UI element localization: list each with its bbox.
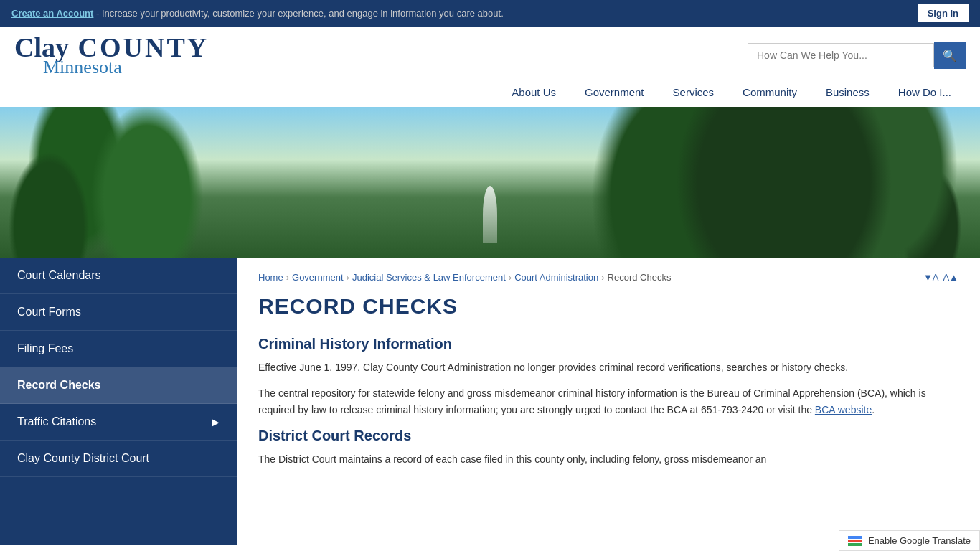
section-district-court-p1: The District Court maintains a record of… [258, 451, 958, 467]
top-bar: Create an Account - Increase your produc… [0, 0, 980, 27]
search-input[interactable] [748, 43, 934, 67]
sidebar-item-traffic-citations[interactable]: Traffic Citations ▶ [0, 404, 237, 441]
sidebar-item-filing-fees[interactable]: Filing Fees [0, 331, 237, 367]
breadcrumb-home[interactable]: Home [258, 272, 283, 283]
sidebar-item-court-calendars[interactable]: Court Calendars [0, 258, 237, 294]
main-nav: About Us Government Services Community B… [0, 77, 980, 107]
site-header: Clay County Minnesota 🔍 [0, 27, 980, 77]
section-criminal-history-p1: Effective June 1, 1997, Clay County Cour… [258, 359, 958, 375]
section-district-court: District Court Records The District Cour… [258, 428, 958, 467]
section-criminal-history-title: Criminal History Information [258, 336, 958, 352]
sidebar-item-label: Court Calendars [17, 269, 101, 282]
content-area: Court Calendars Court Forms Filing Fees … [0, 258, 980, 545]
font-increase-button[interactable]: A▲ [943, 272, 958, 283]
breadcrumb-government[interactable]: Government [292, 272, 344, 283]
logo-minnesota: Minnesota [14, 58, 209, 77]
page-title: RECORD CHECKS [258, 294, 958, 319]
sidebar-item-label: Clay County District Court [17, 452, 149, 465]
search-button[interactable]: 🔍 [934, 42, 966, 69]
section-criminal-history: Criminal History Information Effective J… [258, 336, 958, 418]
breadcrumb-links: Home › Government › Judicial Services & … [258, 272, 671, 283]
breadcrumb-sep-4: › [601, 272, 604, 283]
top-bar-message: Create an Account - Increase your produc… [11, 8, 504, 19]
sidebar-item-clay-county-district-court[interactable]: Clay County District Court [0, 441, 237, 477]
bca-website-link[interactable]: BCA website [815, 404, 872, 415]
breadcrumb-sep-1: › [286, 272, 289, 283]
nav-item-services[interactable]: Services [659, 77, 729, 107]
font-size-controls: ▼A A▲ [923, 272, 958, 283]
main-content: Home › Government › Judicial Services & … [237, 258, 980, 545]
sidebar-item-record-checks[interactable]: Record Checks [0, 367, 237, 404]
create-account-link[interactable]: Create an Account [11, 8, 93, 19]
sidebar-item-court-forms[interactable]: Court Forms [0, 294, 237, 331]
nav-item-business[interactable]: Business [811, 77, 884, 107]
google-flag-icon [848, 536, 862, 545]
nav-item-how-do-i[interactable]: How Do I... [884, 77, 966, 107]
translate-label: Enable Google Translate [868, 535, 971, 545]
sidebar-item-label: Filing Fees [17, 342, 73, 355]
search-area: 🔍 [748, 42, 966, 69]
google-translate-bar[interactable]: Enable Google Translate [839, 530, 980, 545]
sidebar-item-label: Court Forms [17, 306, 81, 319]
breadcrumb-court-admin[interactable]: Court Administration [514, 272, 598, 283]
chevron-right-icon: ▶ [212, 416, 220, 428]
breadcrumb-sep-2: › [347, 272, 349, 283]
nav-item-community[interactable]: Community [728, 77, 811, 107]
breadcrumb-current: Record Checks [608, 272, 672, 283]
sidebar-item-label: Record Checks [17, 379, 101, 392]
breadcrumb: Home › Government › Judicial Services & … [258, 272, 958, 283]
breadcrumb-sep-3: › [509, 272, 512, 283]
nav-item-government[interactable]: Government [570, 77, 659, 107]
hero-image [0, 107, 980, 258]
site-logo: Clay County Minnesota [14, 34, 209, 77]
promo-text: - Increase your productivity, customize … [93, 8, 503, 19]
section-criminal-history-p2: The central repository for statewide fel… [258, 385, 958, 418]
section-district-court-title: District Court Records [258, 428, 958, 444]
font-decrease-button[interactable]: ▼A [923, 272, 939, 283]
sidebar-item-label: Traffic Citations [17, 415, 96, 428]
nav-item-about-us[interactable]: About Us [497, 77, 570, 107]
hero-fountain-decoration [483, 186, 497, 243]
sidebar: Court Calendars Court Forms Filing Fees … [0, 258, 237, 545]
breadcrumb-judicial[interactable]: Judicial Services & Law Enforcement [352, 272, 506, 283]
search-icon: 🔍 [943, 50, 957, 62]
sign-in-button[interactable]: Sign In [918, 4, 969, 22]
